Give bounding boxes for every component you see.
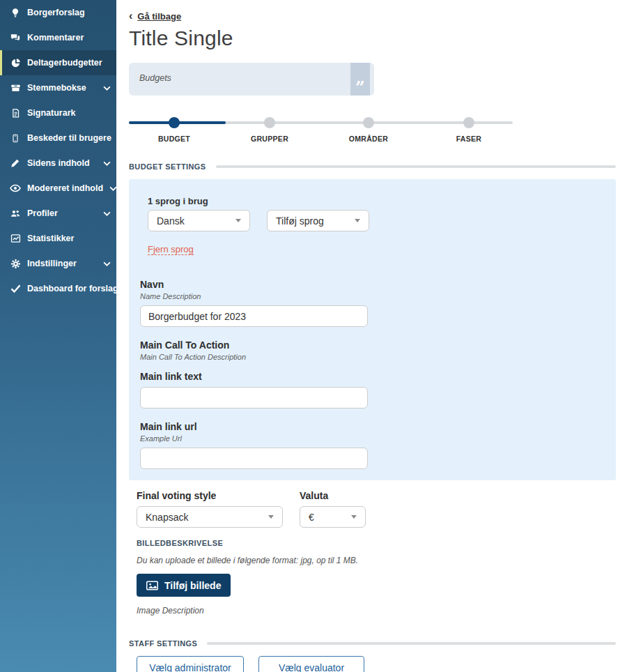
chevron-down-icon <box>268 515 274 519</box>
sidebar-item-modereret-indhold[interactable]: Modereret indhold <box>0 176 116 201</box>
sidebar-item-stemmebokse[interactable]: Stemmebokse <box>0 75 116 100</box>
cta-label: Main Call To Action <box>140 339 605 351</box>
link-text-group: Main link text <box>140 371 605 408</box>
quote-text: Budgets <box>139 73 171 83</box>
currency-value: € <box>309 512 314 523</box>
go-back-label: Gå tilbage <box>137 11 181 22</box>
step-dot-budget[interactable] <box>169 117 180 128</box>
link-text-input[interactable] <box>140 387 368 408</box>
name-input[interactable] <box>140 305 368 327</box>
sidebar-item-indstillinger[interactable]: Indstillinger <box>0 251 116 276</box>
step-label-budget[interactable]: BUDGET <box>143 135 206 143</box>
sidebar-item-label: Deltagerbudgetter <box>27 58 102 68</box>
sidebar-item-profiler[interactable]: Profiler <box>0 201 116 226</box>
image-section-label: BILLEDBESKRIVELSE <box>137 539 616 547</box>
comments-icon <box>10 32 21 43</box>
step-dot-faser[interactable] <box>463 117 474 128</box>
staff-settings-label: STAFF SETTINGS <box>129 639 197 648</box>
select-evaluator-button[interactable]: Vælg evaluator <box>258 656 364 672</box>
link-url-group: Main link url Example Url <box>140 421 605 469</box>
voting-currency-row: Final voting style Knapsack Valuta € <box>129 490 616 528</box>
step-label-grupper[interactable]: GRUPPER <box>238 135 301 143</box>
select-administrator-button[interactable]: Vælg administrator <box>137 656 244 672</box>
voting-style-select[interactable]: Knapsack <box>137 506 283 528</box>
name-description: Name Description <box>140 292 605 300</box>
link-url-description: Example Url <box>140 434 605 443</box>
main-content: ‹ Gå tilbage Title Single Budgets ” BUDG… <box>116 0 627 672</box>
sidebar-item-label: Modereret indhold <box>27 183 103 193</box>
page-title: Title Single <box>129 26 616 50</box>
section-divider <box>216 165 616 168</box>
ballot-box-icon <box>10 82 21 93</box>
gear-icon <box>10 258 21 269</box>
quote-strip: ” <box>350 63 370 96</box>
add-language-value: Tilføj sprog <box>276 215 324 227</box>
name-label: Navn <box>140 279 605 290</box>
currency-group: Valuta € <box>300 490 366 528</box>
cta-description: Main Call To Action Description <box>140 353 605 361</box>
chevron-down-icon <box>103 86 111 91</box>
chevron-down-icon <box>103 211 111 216</box>
chevron-down-icon <box>351 515 357 519</box>
quote-icon: ” <box>355 80 365 96</box>
budget-settings-header: BUDGET SETTINGS <box>129 162 616 171</box>
currency-select[interactable]: € <box>300 506 366 528</box>
sidebar-item-label: Kommentarer <box>27 33 84 43</box>
add-language-select[interactable]: Tilføj sprog <box>267 210 369 231</box>
sidebar-item-beskeder[interactable]: Beskeder til brugere <box>0 125 116 151</box>
sidebar-item-deltagerbudgetter[interactable]: Deltagerbudgetter <box>0 50 116 75</box>
image-icon <box>146 581 158 590</box>
chevron-down-icon <box>355 219 360 222</box>
name-field-group: Navn Name Description <box>140 279 605 327</box>
sidebar-item-statistikker[interactable]: Statistikker <box>0 226 116 251</box>
voting-style-group: Final voting style Knapsack <box>137 490 283 528</box>
sidebar-item-signaturark[interactable]: Signaturark <box>0 100 116 125</box>
image-upload-hint: Du kan uploade et billede i følgende for… <box>137 556 616 565</box>
sidebar-item-kommentarer[interactable]: Kommentarer <box>0 25 116 50</box>
document-icon <box>10 107 21 119</box>
sidebar-item-label: Dashboard for forslag <box>27 284 118 293</box>
sidebar-item-dashboard-forslag[interactable]: Dashboard for forslag <box>0 276 116 301</box>
users-icon <box>10 208 21 219</box>
step-dot-omraader[interactable] <box>363 117 374 128</box>
step-label-omraader[interactable]: OMRÅDER <box>337 135 400 143</box>
eye-icon <box>10 183 21 194</box>
step-label-faser[interactable]: FASER <box>438 135 500 143</box>
chevron-down-icon <box>103 261 111 266</box>
language-select[interactable]: Dansk <box>148 210 250 231</box>
remove-language-link[interactable]: Fjern sprog <box>148 244 194 255</box>
budget-settings-label: BUDGET SETTINGS <box>129 162 206 171</box>
budget-settings-panel: 1 sprog i brug Dansk Tilføj sprog Fjern … <box>129 179 616 480</box>
description-quote-box: Budgets ” <box>129 63 374 96</box>
sidebar-item-sidens-indhold[interactable]: Sidens indhold <box>0 151 116 176</box>
staff-settings-header: STAFF SETTINGS <box>129 639 616 648</box>
image-description: Image Description <box>137 606 616 616</box>
currency-label: Valuta <box>300 490 366 501</box>
cta-group: Main Call To Action Main Call To Action … <box>140 339 605 361</box>
voting-style-value: Knapsack <box>146 512 188 523</box>
chevron-down-icon <box>235 219 241 222</box>
step-dot-grupper[interactable] <box>264 117 275 128</box>
add-image-label: Tilføj billede <box>164 580 221 591</box>
go-back-link[interactable]: ‹ Gå tilbage <box>129 10 181 22</box>
link-url-input[interactable] <box>140 448 368 469</box>
wizard-stepper: BUDGET GRUPPER OMRÅDER FASER <box>129 114 519 150</box>
section-divider <box>207 642 616 645</box>
sidebar-item-label: Stemmebokse <box>27 83 86 93</box>
voting-style-label: Final voting style <box>137 490 283 501</box>
add-image-button[interactable]: Tilføj billede <box>137 574 231 597</box>
line-chart-icon <box>10 233 21 244</box>
language-count-label: 1 sprog i brug <box>148 196 605 206</box>
sidebar-item-label: Statistikker <box>27 234 74 243</box>
pencil-icon <box>10 158 21 169</box>
sidebar-item-label: Sidens indhold <box>27 158 90 168</box>
sidebar-item-label: Signaturark <box>27 108 75 118</box>
mobile-message-icon <box>10 132 21 144</box>
staff-buttons-row: Vælg administrator Vælg evaluator <box>129 656 616 672</box>
checkmark-icon <box>10 283 21 294</box>
sidebar-item-borgerforslag[interactable]: Borgerforslag <box>0 0 116 25</box>
chevron-down-icon <box>103 161 111 166</box>
link-text-label: Main link text <box>140 371 605 382</box>
sidebar: Borgerforslag Kommentarer Deltagerbudget… <box>0 0 116 672</box>
sidebar-item-label: Beskeder til brugere <box>27 133 111 143</box>
